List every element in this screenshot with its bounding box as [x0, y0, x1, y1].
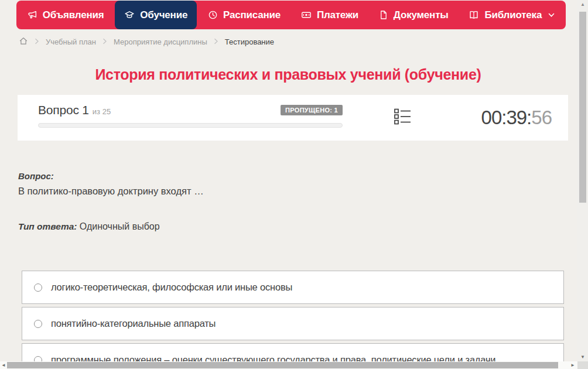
breadcrumb-item-discipline-event[interactable]: Мероприятие дисциплины: [114, 37, 207, 46]
open-book-icon: [469, 10, 479, 20]
scroll-down-arrow[interactable]: ▼: [577, 354, 588, 360]
nav-item-schedule[interactable]: Расписание: [199, 1, 290, 29]
timer-seconds: 56: [531, 107, 552, 128]
question-text: В политико-правовую доктрину входят …: [18, 186, 204, 197]
question-number: Вопрос 1: [38, 103, 89, 117]
chevron-down-icon: [548, 13, 555, 18]
main-navbar: Объявления Обучение Расписание Платежи Д…: [16, 1, 566, 29]
question-list-icon[interactable]: [394, 108, 411, 127]
radio-button[interactable]: [34, 283, 42, 292]
home-icon[interactable]: [19, 36, 28, 47]
option-row-1[interactable]: логико-теоретическая, философская или ин…: [22, 271, 564, 304]
breadcrumb-item-testing: Тестирование: [225, 37, 274, 46]
horizontal-scrollbar: ◄ ►: [0, 361, 577, 369]
nav-item-label: Документы: [394, 9, 449, 21]
timer: 00:39:56: [481, 107, 552, 129]
question-progress-block: Вопрос 1из 25 ПРОПУЩЕНО: 1: [38, 103, 343, 128]
nav-item-documents[interactable]: Документы: [370, 1, 458, 29]
skipped-badge: ПРОПУЩЕНО: 1: [281, 105, 343, 115]
nav-item-library[interactable]: Библиотека: [459, 1, 564, 29]
answer-type-row: Тип ответа: Одиночный выбор: [18, 221, 160, 232]
option-label: понятийно-категориальные аппараты: [51, 318, 216, 329]
breadcrumb: Учебный план Мероприятие дисциплины Тест…: [19, 36, 274, 47]
page-title: История политических и правовых учений (…: [0, 66, 576, 83]
nav-item-payments[interactable]: Платежи: [292, 1, 368, 29]
horizontal-scrollbar-thumb[interactable]: [7, 362, 558, 368]
clock-icon: [208, 10, 218, 20]
answer-type-value: Одиночный выбор: [80, 221, 160, 231]
vertical-scrollbar: ▲ ▼: [577, 0, 588, 361]
chevron-right-icon: [214, 37, 218, 46]
timer-main: 00:39:: [481, 107, 532, 128]
answer-type-label: Тип ответа:: [18, 221, 77, 231]
progress-bar: [38, 123, 343, 128]
cash-icon: [301, 10, 312, 20]
scroll-right-arrow[interactable]: ►: [570, 361, 575, 369]
chevron-right-icon: [35, 37, 39, 46]
scrollbar-corner: [577, 361, 588, 369]
nav-item-label: Объявления: [43, 9, 104, 21]
option-label: логико-теоретическая, философская или ин…: [51, 282, 292, 293]
question-label: Вопрос:: [18, 171, 54, 181]
document-icon: [379, 10, 388, 20]
vertical-scrollbar-thumb[interactable]: [579, 12, 586, 203]
question-panel: Вопрос 1из 25 ПРОПУЩЕНО: 1 00:39:56: [18, 95, 568, 141]
nav-item-label: Обучение: [140, 9, 187, 21]
scroll-up-arrow[interactable]: ▲: [577, 2, 588, 7]
graduation-cap-icon: [124, 10, 135, 20]
option-row-2[interactable]: понятийно-категориальные аппараты: [22, 307, 564, 340]
nav-item-label: Платежи: [317, 9, 358, 21]
scroll-left-arrow[interactable]: ◄: [1, 361, 6, 369]
options-list: логико-теоретическая, философская или ин…: [22, 271, 564, 369]
nav-item-label: Библиотека: [484, 9, 542, 21]
question-total: из 25: [93, 107, 111, 116]
nav-item-announcements[interactable]: Объявления: [18, 1, 114, 29]
chevron-right-icon: [102, 37, 107, 46]
nav-item-education[interactable]: Обучение: [115, 1, 197, 29]
nav-item-label: Расписание: [223, 9, 281, 21]
breadcrumb-item-curriculum[interactable]: Учебный план: [46, 37, 96, 46]
radio-button[interactable]: [34, 320, 42, 328]
megaphone-icon: [28, 10, 37, 20]
